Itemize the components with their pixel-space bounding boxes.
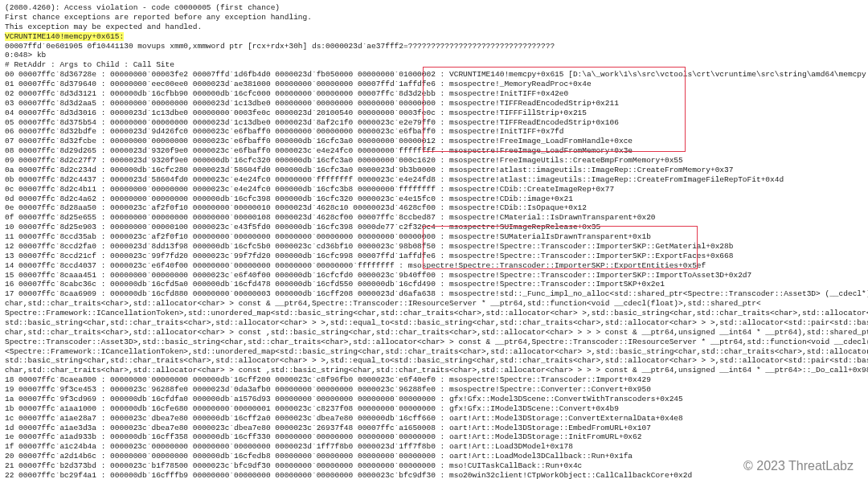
stack-row: 02 00007ffc`8d3d3121 : 000000db`16cfbb90… xyxy=(5,89,863,99)
hdr-line: First chance exceptions are reported bef… xyxy=(5,13,863,23)
stack-row: 12 00007ffc`8ccd2fa0 : 0000023d`8dd13f98… xyxy=(5,242,863,252)
stack-row: 0a 00007ffc`8d2c234d : 000000db`16cfc280… xyxy=(5,166,863,175)
stack-row: 06 00007ffc`8d32bdfe : 0000023d`9d426fc0… xyxy=(5,127,863,137)
template-line: char,std::char_traits<char>,std::allocat… xyxy=(5,366,863,375)
stack-row: 1d 00007ffc`a1ae3d3a : 0000023c`dbea7e80… xyxy=(5,424,863,433)
stack-row: 1f 00007ffc`a1c24b4a : 0000023c`00000000… xyxy=(5,442,863,452)
stack-row: 13 00007ffc`8ccd21cf : 0000023c`99f7fd20… xyxy=(5,252,863,261)
stack-row: 0d 00007ffc`8d2c4a62 : 00000000`00000000… xyxy=(5,194,863,204)
stack-row: 22 00007ffc`bc29f4a1 : 000000db`16cfffb9… xyxy=(5,471,863,479)
hdr-line: (2080.4260): Access violation - code c00… xyxy=(5,3,863,13)
template-line: std::basic_string<char,std::char_traits<… xyxy=(5,318,863,328)
template-line: char,std::char_traits<char>,std::allocat… xyxy=(5,299,863,309)
stack-row: 0b 00007ffc`8d2c4437 : 0000023d`58604fd0… xyxy=(5,175,863,185)
columns-header: # RetAddr : Args to Child : Call Site xyxy=(5,60,863,70)
stack-row: 1c 00007ffc`a1ae28a7 : 0000023c`dbea7e80… xyxy=(5,414,863,424)
stack-row: 1b 00007ffc`a1aa1000 : 000000db`16cfe680… xyxy=(5,404,863,414)
watermark: © 2023 ThreatLabz xyxy=(743,458,854,474)
template-line: <Spectre::Framework::ICancellationToken>… xyxy=(5,347,863,357)
hdr-line: This exception may be expected and handl… xyxy=(5,23,863,32)
stack-row: 17 00007ffc`8caa6909 : 000000db`16cfd880… xyxy=(5,289,863,299)
stack-row: 03 00007ffc`8d3d2aa5 : 00000000`00000000… xyxy=(5,99,863,108)
hdr-line: 00007ffd`0e601905 0f10441130 movups xmm0… xyxy=(5,42,863,51)
stack-row: 10 00007ffc`8d25e903 : 00000000`00000100… xyxy=(5,223,863,232)
stack-row: 0f 00007ffc`8d25e655 : 00000000`00000000… xyxy=(5,213,863,223)
stack-row: 11 00007ffc`8ccd35ab : 0000023c`af2f0f10… xyxy=(5,232,863,242)
stack-row: 0c 00007ffc`8d2c4b11 : 00000000`00000000… xyxy=(5,185,863,194)
stack-row: 14 00007ffc`8ccd4037 : 0000023c`e6f40f00… xyxy=(5,261,863,271)
stack-row: 16 00007ffc`8cabc36c : 000000db`16cfd5a0… xyxy=(5,280,863,289)
stack-row: 07 00007ffc`8d32fcbe : 00000000`00000000… xyxy=(5,137,863,146)
debugger-output: (2080.4260): Access violation - code c00… xyxy=(0,0,868,479)
stack-row: 20 00007ffc`a2d14b6c : 00000000`00000000… xyxy=(5,452,863,461)
stack-row: 05 00007ffc`8d375b54 : 00000000`00000000… xyxy=(5,118,863,128)
stack-row: 1a 00007ffc`9f3cd969 : 000000db`16cfdfa0… xyxy=(5,395,863,404)
stack-row: 08 00007ffc`8d29d265 : 0000023d`9320f9e0… xyxy=(5,146,863,156)
stack-row: 15 00007ffc`8caaa451 : 00000000`00000000… xyxy=(5,271,863,280)
template-line: std::basic_string<char,std::char_traits<… xyxy=(5,356,863,366)
stack-row: 19 00007ffc`9f3ce453 : 0000023c`96288fe0… xyxy=(5,385,863,395)
stack-row: 1e 00007ffc`a1ad933b : 000000db`16cff358… xyxy=(5,432,863,442)
stack-row: 04 00007ffc`8d3d3016 : 0000023d`1c13dbe0… xyxy=(5,108,863,118)
stack-row: 21 00007ffc`b2d373bd : 0000023c`b1f78500… xyxy=(5,461,863,471)
stack-row: 01 00007ffc`8d379640 : 00000000`eec00ee0… xyxy=(5,80,863,89)
template-line: Spectre::Transcoder::Asset3D>,std::basic… xyxy=(5,338,863,347)
template-line: char,std::char_traits<char>,std::allocat… xyxy=(5,328,863,338)
stack-row: 00 00007ffc`8d36728e : 00000000`00003fe2… xyxy=(5,70,863,80)
prompt-line: 0:048> kb xyxy=(5,51,863,60)
hdr-highlight: VCRUNTIME140!memcpy+0x615: xyxy=(5,32,863,42)
template-line: Spectre::Framework::ICancellationToken>,… xyxy=(5,309,863,318)
stack-row: 18 00007ffc`8caea800 : 00000000`00000000… xyxy=(5,375,863,385)
stack-row: 09 00007ffc`8d2c27f7 : 0000023d`9320f9e0… xyxy=(5,156,863,166)
stack-row: 0e 00007ffc`8d28aa50 : 0000023c`af2f0f10… xyxy=(5,203,863,213)
